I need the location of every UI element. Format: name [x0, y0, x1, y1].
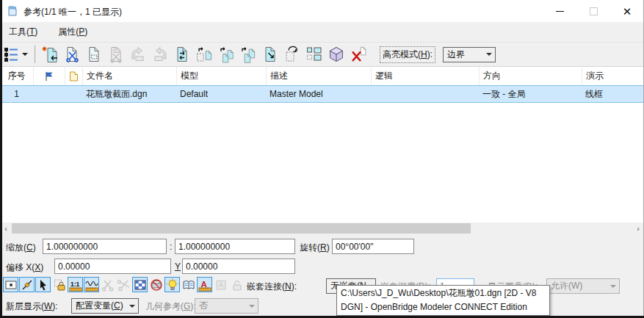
clip-volume-toggle	[213, 277, 228, 292]
reference-toolbar: 高亮模式(H): 边界	[0, 42, 644, 66]
reload-reference-icon[interactable]	[173, 45, 192, 64]
document-icon	[69, 71, 79, 82]
reference-list: 序号 文件名 模型 描述 逻辑 方向 演示 1 花瓶墩截面.dgn	[0, 66, 644, 223]
header-presentation[interactable]: 演示	[582, 67, 644, 85]
chevron-down-icon	[607, 279, 619, 293]
new-level-display-select[interactable]: 配置变量(C)	[71, 298, 139, 314]
merge-reference-icon[interactable]	[305, 45, 324, 64]
references-dialog: 参考(1/1 唯一，1 已显示) ✕ 工具(T) 属性(P) 高亮模式(H): …	[0, 0, 644, 318]
display-toggle[interactable]	[3, 277, 18, 292]
copy-fold-reference-icon[interactable]	[239, 45, 258, 64]
row-description: Master Model	[266, 86, 371, 102]
rotation-input[interactable]	[332, 239, 414, 254]
scale-line-styles-toggle[interactable]	[84, 277, 99, 292]
scale-label: 缩放(C)	[6, 242, 36, 254]
deactivate-reference-icon	[151, 45, 170, 64]
plot-book-toggle[interactable]	[181, 277, 196, 292]
scale-ref-input[interactable]	[175, 239, 295, 254]
attach-reference-icon[interactable]	[40, 45, 59, 64]
copy-reference-icon[interactable]	[217, 45, 236, 64]
mask-reference-icon[interactable]	[84, 45, 104, 64]
raster-display-toggle[interactable]	[132, 277, 148, 292]
window-left-border	[0, 0, 2, 318]
scale-separator: :	[170, 242, 172, 252]
attachment-toggles: 1:1A	[3, 277, 245, 292]
table-row[interactable]: 1 花瓶墩截面.dgn Default Master Model 一致 - 全局…	[0, 85, 644, 103]
maximize-icon	[590, 7, 598, 15]
row-logical	[371, 86, 479, 102]
menu-properties[interactable]: 属性(P)	[58, 26, 87, 38]
header-logical[interactable]: 逻辑	[371, 67, 479, 85]
clip-back-toggle	[116, 277, 131, 292]
offset-y-input[interactable]	[182, 259, 295, 274]
scroll-right-icon[interactable]: ›	[632, 223, 644, 234]
nested-attachments-label: 嵌套连接(N):	[247, 281, 297, 293]
hierarchy-view-icon[interactable]	[3, 46, 29, 63]
offset-x-input[interactable]	[54, 259, 171, 274]
menu-bar: 工具(T) 属性(P)	[0, 22, 644, 42]
highlight-mode-value: 边界	[447, 48, 465, 61]
georeference-select: 否	[195, 298, 258, 314]
minimize-icon	[556, 11, 564, 12]
detach-reference-icon[interactable]	[349, 45, 368, 64]
header-document[interactable]	[65, 67, 82, 85]
header-filename[interactable]: 文件名	[82, 67, 176, 85]
header-orientation[interactable]: 方向	[479, 67, 582, 85]
snap-toggle[interactable]	[19, 277, 35, 292]
maximize-button	[576, 0, 610, 22]
row-presentation: 线框	[582, 86, 644, 102]
header-description[interactable]: 描述	[266, 67, 371, 85]
header-flag[interactable]	[33, 67, 65, 85]
row-slot: 1	[0, 86, 33, 102]
georeference-label: 几何参考(G):	[145, 300, 196, 313]
list-header: 序号 文件名 模型 描述 逻辑 方向 演示	[0, 67, 644, 85]
menu-tools[interactable]: 工具(T)	[9, 26, 37, 38]
tooltip-line-1: C:\Users\J_D_Wu\Desktop\花瓶墩01.dgn [2D - …	[341, 286, 546, 300]
close-icon: ✕	[623, 6, 632, 17]
tooltip-line-2: DGN] - OpenBridge Modeler CONNECT Editio…	[341, 300, 546, 314]
scrollbar-thumb[interactable]	[12, 223, 471, 234]
delete-clip-icon	[106, 45, 126, 64]
row-orientation: 一致 - 全局	[479, 86, 582, 102]
title-bar[interactable]: 参考(1/1 唯一，1 已显示) ✕	[0, 0, 644, 22]
true-scale-toggle[interactable]: 1:1	[68, 277, 83, 292]
move-reference-icon[interactable]	[195, 45, 214, 64]
activate-reference-icon	[129, 45, 148, 64]
close-button[interactable]: ✕	[610, 0, 644, 22]
header-model[interactable]: 模型	[176, 67, 266, 85]
plot-disable-toggle[interactable]	[148, 277, 164, 292]
toolbar-separator	[35, 46, 35, 63]
display-overrides-select: 允许(W)	[546, 278, 620, 294]
clip-reference-icon[interactable]	[62, 45, 82, 64]
use-lights-toggle[interactable]	[164, 277, 180, 292]
minimize-button[interactable]	[543, 0, 576, 22]
highlight-mode-select[interactable]: 边界	[443, 47, 496, 62]
horizontal-scrollbar[interactable]: ‹ ›	[0, 223, 644, 234]
presentation-icon[interactable]	[327, 45, 346, 64]
rotate-reference-icon[interactable]	[283, 45, 302, 64]
chevron-down-icon	[246, 299, 258, 313]
chevron-down-icon[interactable]	[21, 50, 29, 59]
offset-x-label: 偏移 X(X)	[6, 261, 43, 274]
rotation-label: 旋转(R)	[300, 242, 330, 254]
manipulate-as-element-toggle[interactable]	[51, 277, 67, 292]
svg-text:A: A	[200, 280, 206, 289]
chevron-down-icon	[483, 48, 495, 62]
new-level-display-label: 新层显示(W):	[6, 300, 58, 313]
flag-icon	[44, 71, 54, 82]
row-model: Default	[176, 86, 266, 102]
offset-y-label: Y	[175, 261, 181, 272]
scale-reference-icon[interactable]	[261, 45, 280, 64]
scale-master-input[interactable]	[43, 239, 167, 254]
svg-text:1:1: 1:1	[70, 281, 80, 288]
annotation-scale-toggle[interactable]: A	[197, 277, 212, 292]
window-title: 参考(1/1 唯一，1 已显示)	[23, 6, 122, 18]
new-level-display-value: 配置变量(C)	[76, 300, 123, 312]
dialog-document-icon[interactable]	[7, 6, 18, 16]
highlight-mode-label: 高亮模式(H):	[380, 46, 435, 63]
locate-toggle[interactable]	[35, 277, 51, 292]
chevron-down-icon	[126, 299, 138, 313]
clip-front-toggle	[100, 277, 115, 292]
row-filename: 花瓶墩截面.dgn	[82, 86, 176, 102]
header-slot[interactable]: 序号	[0, 67, 33, 85]
